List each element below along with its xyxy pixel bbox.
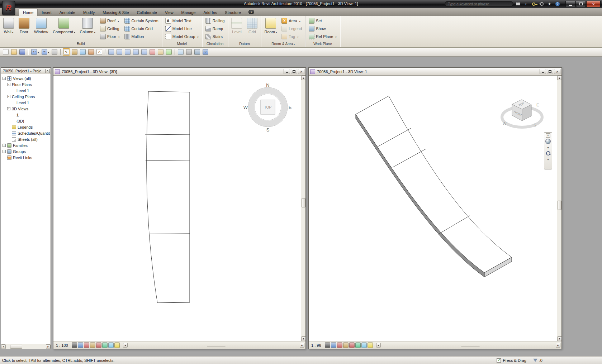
tag-button[interactable]: Tag — [280, 33, 304, 40]
detail-level-icon[interactable] — [72, 343, 77, 348]
tree-item-families[interactable]: Families — [1, 142, 51, 148]
search-binoculars-icon[interactable] — [515, 1, 521, 7]
tree-item-floor-plans[interactable]: Floor Plans — [1, 81, 51, 87]
panel-label-work-plane[interactable]: Work Plane — [305, 42, 340, 47]
close-button[interactable] — [586, 1, 601, 7]
tree-item-1[interactable]: 1 — [1, 112, 51, 118]
grid-button[interactable]: Grid — [245, 17, 259, 40]
model-graphics-style-icon[interactable] — [78, 343, 83, 348]
view-maximize-button[interactable] — [547, 69, 553, 74]
scroll-up-button[interactable] — [557, 76, 561, 80]
vertical-scrollbar[interactable] — [557, 76, 561, 341]
crop-region-icon[interactable] — [349, 343, 355, 348]
scroll-thumb[interactable] — [302, 198, 305, 207]
favorites-star-icon[interactable] — [546, 1, 553, 7]
curtain-system-button[interactable]: Curtain System — [123, 17, 160, 25]
drawing-area[interactable]: TOP N E S W — [53, 76, 305, 341]
model-line-button[interactable]: Model Line — [163, 25, 200, 33]
text-icon[interactable]: A — [96, 48, 103, 56]
curtain-grid-button[interactable]: Curtain Grid — [123, 25, 160, 33]
level-button[interactable]: Level — [229, 17, 244, 40]
align-icon[interactable] — [149, 48, 156, 56]
array-icon[interactable] — [141, 48, 148, 56]
scroll-track[interactable] — [6, 344, 46, 349]
view-close-button[interactable] — [554, 69, 560, 74]
print-icon[interactable] — [51, 48, 58, 56]
search-input[interactable] — [448, 2, 510, 6]
scroll-right-button[interactable] — [46, 344, 51, 349]
crop-region-icon[interactable] — [96, 343, 101, 348]
mirror-icon[interactable] — [132, 48, 139, 56]
wall-button[interactable]: Wall — [1, 17, 16, 40]
tree-item-level-1[interactable]: Level 1 — [1, 100, 51, 106]
door-button[interactable]: Door — [17, 17, 31, 40]
application-menu-button[interactable]: R — [2, 1, 15, 15]
floor-button[interactable]: Floor — [98, 33, 122, 40]
steering-wheel-icon[interactable] — [545, 139, 551, 144]
viewcube-south-label[interactable]: S — [534, 123, 536, 127]
scroll-thumb[interactable] — [207, 346, 226, 346]
show-crop-icon[interactable] — [355, 343, 361, 348]
model-graphics-style-icon[interactable] — [331, 343, 336, 348]
tab-structure[interactable]: Structure — [221, 9, 245, 16]
roof-button[interactable]: Roof — [98, 17, 122, 25]
tab-add-ins[interactable]: Add-Ins — [199, 9, 221, 16]
trim-icon[interactable] — [165, 48, 172, 56]
rotate-icon[interactable] — [124, 48, 131, 56]
scroll-right-button[interactable] — [300, 343, 304, 348]
ramp-button[interactable]: Ramp — [204, 25, 227, 33]
project-browser-titlebar[interactable]: 70056_Project1 - Proje... — [1, 68, 51, 74]
mullion-button[interactable]: Mullion — [123, 33, 160, 40]
tree-item-views-all[interactable]: Views (all) — [1, 75, 51, 81]
drawing-canvas-curved-wall-elevation[interactable]: TOP N E S W — [53, 76, 301, 341]
open-file-icon[interactable] — [10, 48, 18, 56]
scroll-track[interactable] — [301, 80, 305, 336]
shadows-off-icon[interactable] — [84, 343, 89, 348]
redo-icon[interactable]: ↷ — [41, 48, 50, 56]
visibility-icon[interactable] — [185, 48, 193, 56]
view-close-button[interactable] — [298, 69, 304, 74]
column-button[interactable]: Column — [78, 17, 97, 40]
drawing-area[interactable]: W S E TOP FRONT — [309, 76, 561, 341]
save-icon[interactable] — [19, 48, 26, 56]
tab-collaborate[interactable]: Collaborate — [133, 9, 161, 16]
measure-icon[interactable] — [71, 48, 78, 56]
thin-lines-icon[interactable] — [177, 48, 184, 56]
subscription-center-icon[interactable] — [531, 1, 537, 7]
modify-cursor-icon[interactable]: ↖ — [63, 48, 70, 56]
panel-label-circulation[interactable]: Circulation — [202, 42, 228, 47]
browser-horizontal-scrollbar[interactable] — [1, 344, 51, 349]
scroll-left-button[interactable] — [1, 344, 6, 349]
undo-icon[interactable]: ↶ — [30, 48, 40, 56]
detail-level-icon[interactable] — [325, 343, 330, 348]
tab-home[interactable]: Home — [19, 9, 38, 16]
tree-item-sheets-all[interactable]: Sheets (all) — [1, 136, 51, 142]
tab-manage[interactable]: Manage — [177, 9, 200, 16]
view-titlebar[interactable]: 70056_Project1 - 3D View: 1 — [309, 68, 561, 76]
panel-label-room-area[interactable]: Room & Area — [261, 42, 305, 47]
view-scale[interactable]: 1 : 96 — [311, 343, 321, 348]
view-minimize-button[interactable] — [540, 69, 546, 74]
scroll-thumb[interactable] — [461, 346, 480, 346]
tab-massing-site[interactable]: Massing & Site — [99, 9, 133, 16]
compass-west-label[interactable]: W — [243, 105, 248, 110]
scroll-down-button[interactable] — [301, 336, 305, 341]
help-circle-icon[interactable]: ? — [202, 48, 209, 56]
shadows-off-icon[interactable] — [337, 343, 342, 348]
model-group-button[interactable]: Model Group — [163, 33, 200, 40]
component-button[interactable]: Component — [51, 17, 77, 40]
view-titlebar[interactable]: 70056_Project1 - 3D View: {3D} — [53, 68, 305, 76]
tag-by-category-icon[interactable] — [87, 48, 95, 56]
tree-item-schedules-quantit[interactable]: Schedules/Quantit — [1, 130, 51, 136]
tab-insert[interactable]: Insert — [38, 9, 56, 16]
panel-label-build[interactable]: Build — [0, 42, 162, 47]
tab-annotate[interactable]: Annotate — [56, 9, 79, 16]
show-button[interactable]: Show — [307, 25, 338, 33]
temporary-hide-icon[interactable] — [108, 343, 114, 348]
scroll-left-button[interactable] — [123, 343, 128, 348]
help-icon[interactable] — [554, 1, 560, 7]
scroll-thumb[interactable] — [10, 345, 22, 349]
area-button[interactable]: Area — [280, 17, 304, 25]
aligned-dimension-icon[interactable] — [79, 48, 86, 56]
tree-item-level-1[interactable]: Level 1 — [1, 87, 51, 94]
